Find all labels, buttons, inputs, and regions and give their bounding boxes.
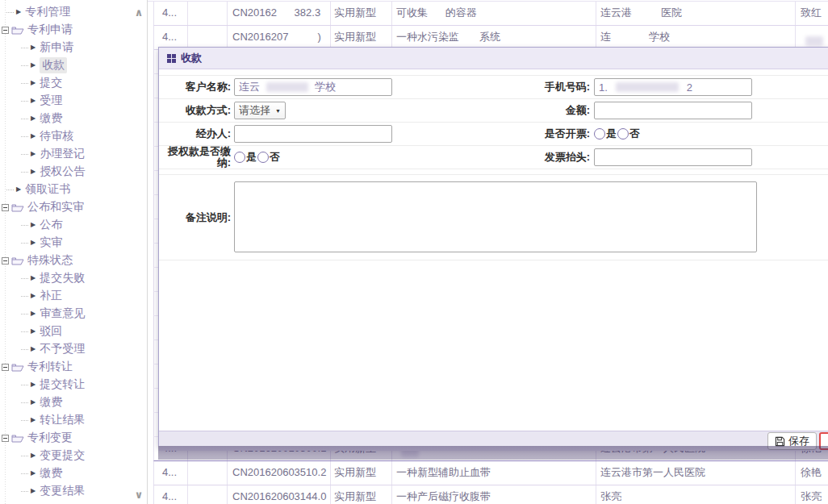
tree-item[interactable]: ▶补正 bbox=[0, 287, 147, 305]
table-row[interactable]: 4...CN201620603510.2实用新型一种新型辅助止血带连云港市第一人… bbox=[153, 461, 828, 485]
tree-item[interactable]: ▶审查意见 bbox=[0, 305, 147, 323]
field-row: 客户名称: 连云 学校 手机号码: 1. 2 bbox=[159, 76, 828, 99]
tree-item[interactable]: ▶公布 bbox=[0, 216, 147, 234]
caret-icon: ▶ bbox=[16, 186, 21, 193]
tree-item[interactable]: ▶缴费 bbox=[0, 110, 147, 127]
auth-fee-no-label: 否 bbox=[270, 150, 280, 165]
phone-input[interactable]: 1. 2 bbox=[594, 78, 752, 96]
tree-item-label: 缴费 bbox=[40, 395, 62, 410]
tree-item-label: 提交 bbox=[40, 76, 62, 90]
invoice-no-label: 否 bbox=[629, 127, 640, 141]
floppy-icon bbox=[775, 436, 785, 447]
tree-item-label: 公布 bbox=[40, 218, 62, 232]
remarks-textarea[interactable] bbox=[234, 181, 757, 252]
invoice-yes-label: 是 bbox=[606, 127, 617, 141]
tree-item-label: 实审 bbox=[40, 235, 62, 250]
caret-icon: ▶ bbox=[31, 417, 36, 423]
tree-item-label: 变更提交 bbox=[40, 448, 85, 463]
table-cell: CN2016207 ) bbox=[228, 26, 331, 49]
collapse-icon[interactable] bbox=[2, 27, 9, 34]
tree-item-label: 授权公告 bbox=[40, 165, 85, 179]
save-button[interactable]: 保存 bbox=[767, 432, 817, 450]
customer-name-input[interactable]: 连云 学校 bbox=[234, 78, 392, 96]
payment-method-value: 请选择 bbox=[239, 103, 270, 118]
tree-item[interactable]: ▶提交失败 bbox=[0, 269, 147, 287]
auth-fee-paid-label: 授权款是否缴纳: bbox=[159, 146, 231, 169]
invoice-title-input[interactable] bbox=[594, 148, 752, 166]
table-cell: 一种产后磁疗收腹带 bbox=[392, 485, 596, 504]
tree-item[interactable]: 专利申请 bbox=[0, 21, 147, 39]
scroll-up-icon[interactable]: ∧ bbox=[133, 6, 144, 19]
collapse-icon[interactable] bbox=[2, 435, 9, 442]
tree-item[interactable]: ▶提交 bbox=[0, 74, 147, 92]
tree-item[interactable]: ▶变更提交 bbox=[0, 447, 147, 464]
tree-connector bbox=[6, 12, 14, 13]
auth-fee-yes-label: 是 bbox=[246, 150, 257, 165]
tree-item[interactable]: ▶受理 bbox=[0, 92, 147, 110]
table-cell: 张亮 bbox=[596, 485, 796, 504]
caret-icon: ▶ bbox=[31, 222, 36, 228]
caret-icon: ▶ bbox=[31, 240, 36, 246]
tree-item-label: 补正 bbox=[40, 289, 62, 303]
tree-item[interactable]: ▶授权公告 bbox=[0, 163, 147, 181]
tree-connector bbox=[21, 385, 28, 385]
auth-fee-yes-radio[interactable] bbox=[234, 152, 245, 163]
tree-item[interactable]: ▶驳回 bbox=[0, 323, 147, 340]
tree-item[interactable]: ▶新申请 bbox=[0, 39, 147, 56]
tree-connector bbox=[21, 456, 28, 456]
tree-item[interactable]: ▶提交转让 bbox=[0, 376, 147, 394]
tree-connector bbox=[21, 101, 28, 102]
auth-fee-radio-group: 是 否 bbox=[234, 150, 281, 165]
customer-name-value-right: 学校 bbox=[315, 80, 336, 94]
tree-item-label: 收款 bbox=[40, 57, 67, 73]
invoice-radio-group: 是 否 bbox=[594, 127, 641, 141]
tree-item[interactable]: ▶缴费 bbox=[0, 464, 147, 482]
invoice-yes-radio[interactable] bbox=[594, 128, 605, 140]
tree-item[interactable] bbox=[0, 500, 147, 504]
auth-fee-no-radio[interactable] bbox=[257, 152, 269, 163]
table-cell: CN201620603144.0 bbox=[228, 485, 331, 504]
table-cell: 4... bbox=[154, 26, 188, 49]
tree-item[interactable]: ▶待审核 bbox=[0, 127, 147, 145]
handler-input[interactable] bbox=[234, 125, 392, 143]
tree-item[interactable]: ▶办理登记 bbox=[0, 145, 147, 163]
caret-icon: ▶ bbox=[31, 98, 36, 104]
collapse-icon[interactable] bbox=[2, 257, 9, 264]
tree-item[interactable]: ▶缴费 bbox=[0, 394, 147, 411]
tree-connector bbox=[21, 83, 28, 84]
caret-icon: ▶ bbox=[31, 62, 36, 69]
tree-item[interactable]: ▶专利管理 bbox=[0, 3, 147, 21]
open-folder-icon bbox=[11, 202, 24, 212]
customer-name-value-left: 连云 bbox=[239, 80, 260, 94]
customer-name-label: 客户名称: bbox=[159, 81, 231, 93]
tree-item[interactable]: 专利变更 bbox=[0, 429, 147, 447]
scroll-down-icon[interactable]: ∨ bbox=[133, 489, 144, 501]
phone-value-right: 2 bbox=[687, 81, 692, 94]
tree-item[interactable]: ▶实审 bbox=[0, 234, 147, 252]
tree-item[interactable]: ▶领取证书 bbox=[0, 181, 147, 198]
tree-item[interactable]: 公布和实审 bbox=[0, 198, 147, 216]
invoice-no-radio[interactable] bbox=[617, 128, 629, 140]
table-row[interactable]: 4...CN201620603144.0实用新型一种产后磁疗收腹带张亮张亮 bbox=[153, 485, 828, 504]
tree-item-label: 办理登记 bbox=[40, 147, 85, 161]
tree-item[interactable]: ▶变更结果 bbox=[0, 482, 147, 500]
caret-icon: ▶ bbox=[31, 133, 36, 140]
collapse-icon[interactable] bbox=[2, 204, 9, 211]
tree-item-label: 专利转让 bbox=[27, 360, 73, 374]
tree-item[interactable]: 专利转让 bbox=[0, 358, 147, 376]
tree-item[interactable]: ▶转让结果 bbox=[0, 411, 147, 429]
phone-value-left: 1. bbox=[599, 81, 608, 94]
collapse-icon[interactable] bbox=[2, 364, 9, 371]
table-cell: 实用新型 bbox=[331, 461, 392, 485]
tree-item[interactable]: ▶收款 bbox=[0, 56, 147, 74]
open-folder-icon bbox=[11, 25, 24, 35]
table-row[interactable]: 4...CN20162 382.3实用新型可收集 的容器连云港 医院致红 bbox=[153, 2, 828, 26]
close-button-partial[interactable] bbox=[819, 432, 828, 450]
caret-icon: ▶ bbox=[31, 488, 36, 494]
table-cell bbox=[796, 26, 828, 49]
caret-icon: ▶ bbox=[31, 310, 36, 317]
amount-input[interactable] bbox=[594, 102, 752, 119]
tree-item[interactable]: ▶不予受理 bbox=[0, 340, 147, 358]
payment-method-select[interactable]: 请选择 ▼ bbox=[234, 102, 286, 119]
tree-item[interactable]: 特殊状态 bbox=[0, 252, 147, 269]
